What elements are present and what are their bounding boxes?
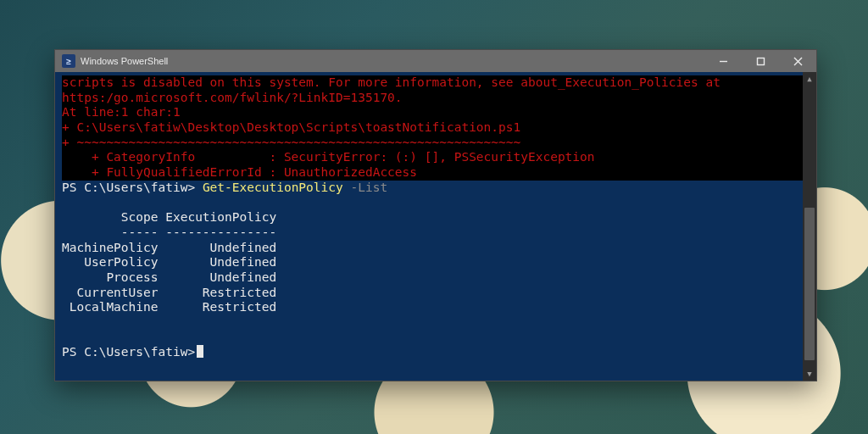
- table-header: Scope ExecutionPolicy: [62, 210, 810, 225]
- scroll-down-arrow-icon[interactable]: ▼: [803, 367, 816, 381]
- minimize-icon: [719, 57, 728, 66]
- prompt-line-2: PS C:\Users\fatiw>: [62, 345, 810, 360]
- table-divider: ----- ---------------: [62, 225, 810, 241]
- table-row: UserPolicy Undefined: [62, 255, 810, 270]
- maximize-icon: [756, 57, 765, 66]
- vertical-scrollbar[interactable]: ▲ ▼: [803, 72, 816, 381]
- close-icon: [793, 57, 803, 66]
- error-line: + C:\Users\fatiw\Desktop\Desktop\Scripts…: [62, 120, 810, 136]
- text-cursor: [197, 345, 203, 358]
- command-arg: -List: [343, 181, 387, 194]
- error-line: + ~~~~~~~~~~~~~~~~~~~~~~~~~~~~~~~~~~~~~~…: [62, 136, 810, 151]
- blank-line: [62, 331, 810, 346]
- error-line: https:/go.microsoft.com/fwlink/?LinkID=1…: [62, 91, 810, 106]
- blank-line: [62, 196, 810, 211]
- minimize-button[interactable]: [704, 50, 742, 72]
- scroll-up-arrow-icon[interactable]: ▲: [803, 72, 816, 86]
- command: Get-ExecutionPolicy: [203, 181, 343, 194]
- prompt-text: PS C:\Users\fatiw>: [62, 345, 195, 359]
- error-block: scripts is disabled on this system. For …: [62, 75, 810, 181]
- table-row: MachinePolicy Undefined: [62, 241, 810, 256]
- prompt-line-1: PS C:\Users\fatiw> Get-ExecutionPolicy -…: [62, 181, 810, 196]
- svg-rect-1: [757, 58, 764, 64]
- table-row: CurrentUser Restricted: [62, 286, 810, 301]
- error-line: At line:1 char:1: [62, 105, 810, 120]
- window-titlebar[interactable]: ≥ Windows PowerShell: [55, 50, 816, 72]
- error-line: scripts is disabled on this system. For …: [62, 75, 810, 91]
- scrollbar-thumb[interactable]: [804, 208, 815, 360]
- desktop-wallpaper: ≥ Windows PowerShell scripts is disabled…: [0, 0, 868, 434]
- window-title: Windows PowerShell: [81, 56, 168, 66]
- error-line: + FullyQualifiedErrorId : UnauthorizedAc…: [62, 165, 810, 181]
- powershell-window: ≥ Windows PowerShell scripts is disabled…: [54, 49, 817, 381]
- terminal-body[interactable]: scripts is disabled on this system. For …: [55, 72, 816, 381]
- error-line: + CategoryInfo : SecurityError: (:) [], …: [62, 150, 810, 165]
- close-button[interactable]: [779, 50, 816, 72]
- maximize-button[interactable]: [742, 50, 779, 72]
- prompt-prefix: PS C:\Users\fatiw>: [62, 181, 203, 194]
- table-row: Process Undefined: [62, 270, 810, 286]
- powershell-icon: ≥: [62, 54, 75, 68]
- table-row: LocalMachine Restricted: [62, 300, 810, 315]
- blank-line: [62, 315, 810, 331]
